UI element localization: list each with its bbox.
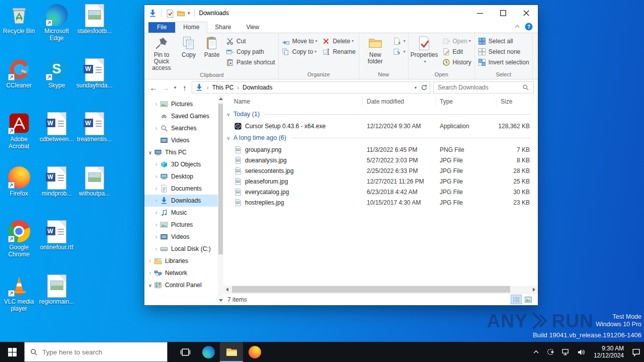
- desktop-icon-google-chrome[interactable]: Google Chrome: [0, 220, 38, 258]
- move-to-button[interactable]: Move to▾: [279, 36, 320, 46]
- sidebar-item-downloads[interactable]: ›Downloads: [144, 195, 223, 207]
- new-folder-button[interactable]: New folder: [360, 34, 391, 65]
- file-row-pleaseforum-jpg[interactable]: pleaseforum.jpg12/27/2021 11:26 PMJPG Fi…: [223, 176, 538, 187]
- copy-button[interactable]: Copy: [177, 34, 200, 58]
- sidebar-item-3d-objects[interactable]: ›3D Objects: [144, 158, 223, 170]
- file-row-cursor-setup-0-43-6-x64-exe[interactable]: Cursor Setup 0.43.6 - x64.exe12/12/2024 …: [223, 121, 538, 131]
- desktop-icon-recycle-bin[interactable]: Recycle Bin: [0, 4, 38, 42]
- tray-status-icon[interactable]: [543, 342, 558, 362]
- sidebar-item-saved-games[interactable]: Saved Games: [144, 110, 223, 122]
- edit-button[interactable]: Edit: [440, 46, 474, 57]
- forward-button[interactable]: →: [159, 81, 172, 94]
- history-button[interactable]: History: [440, 57, 474, 67]
- desktop-icon-mindprob[interactable]: Wmindprob...: [38, 166, 75, 197]
- column-header-type[interactable]: Type: [436, 97, 497, 106]
- start-button[interactable]: [0, 342, 24, 362]
- chevron-expanded-icon[interactable]: ∨: [147, 283, 153, 288]
- desktop-icon-regionmain[interactable]: regionmain...: [38, 275, 75, 312]
- invert-selection-button[interactable]: Invert selection: [475, 57, 532, 67]
- qat-new-folder-icon[interactable]: [177, 9, 185, 18]
- maximize-button[interactable]: [492, 5, 515, 21]
- sidebar-item-searches[interactable]: ›Searches: [144, 122, 223, 134]
- select-none-button[interactable]: Select none: [475, 46, 532, 57]
- paste-shortcut-button[interactable]: Paste shortcut: [223, 57, 278, 67]
- taskbar-file-explorer-icon[interactable]: [220, 342, 243, 362]
- qat-properties-icon[interactable]: [166, 9, 174, 18]
- scroll-up-icon[interactable]: [219, 98, 223, 100]
- sidebar-item-documents[interactable]: ›Documents: [144, 183, 223, 195]
- sidebar-item-network[interactable]: ›Network: [144, 267, 223, 279]
- delete-button[interactable]: Delete▾: [319, 36, 358, 46]
- desktop-icon-onlinefour-rtf[interactable]: Wonlinefour.rtf: [38, 220, 75, 258]
- sidebar-item-local-disk-c[interactable]: ›Local Disk (C:): [144, 243, 223, 255]
- taskbar-search[interactable]: [24, 342, 168, 362]
- desktop-icon-skype[interactable]: Skype: [38, 58, 75, 89]
- scroll-right-icon[interactable]: [530, 286, 538, 293]
- file-row-groupany-png[interactable]: groupany.png11/3/2022 6:45 PMPNG File7 K…: [223, 144, 538, 155]
- sidebar-item-control-panel[interactable]: ∨Control Panel: [144, 279, 223, 291]
- sidebar-item-desktop[interactable]: ›Desktop: [144, 170, 223, 183]
- new-item-button[interactable]: ▾: [391, 36, 408, 46]
- minimize-button[interactable]: [468, 5, 492, 21]
- desktop-icon-microsoft-edge[interactable]: Microsoft Edge: [38, 4, 75, 42]
- sidebar-item-music[interactable]: ›Music: [144, 207, 223, 219]
- column-header-size[interactable]: Size: [497, 97, 533, 106]
- scroll-left-icon[interactable]: [223, 286, 231, 293]
- file-row-hostreplies-jpg[interactable]: hostreplies.jpg10/15/2017 4:30 AMJPG Fil…: [223, 197, 538, 208]
- desktop-icon-ccleaner[interactable]: CCleaner: [0, 58, 38, 89]
- network-icon[interactable]: [558, 342, 574, 362]
- desktop-icon-adobe-acrobat[interactable]: Adobe Acrobat: [0, 112, 38, 150]
- qat-customize-caret-icon[interactable]: ▾: [188, 11, 190, 16]
- chevron-collapsed-icon[interactable]: ›: [153, 221, 159, 228]
- pin-to-quick-access-button[interactable]: Pin to Quick access: [146, 34, 177, 71]
- desktop-icon-treatmentis[interactable]: Wtreatmentis...: [75, 112, 113, 150]
- back-button[interactable]: ←: [147, 81, 159, 94]
- chevron-collapsed-icon[interactable]: ›: [153, 197, 159, 204]
- chevron-collapsed-icon[interactable]: ›: [153, 233, 159, 240]
- chevron-collapsed-icon[interactable]: ›: [153, 185, 159, 192]
- help-icon[interactable]: ?: [525, 23, 533, 31]
- file-group-header[interactable]: ∨Today (1): [223, 108, 538, 121]
- desktop-icon-sundayfrida[interactable]: Wsundayfrida...: [75, 58, 113, 89]
- easy-access-button[interactable]: ▾: [391, 46, 408, 57]
- chevron-expanded-icon[interactable]: ∨: [147, 150, 153, 155]
- sidebar-item-videos[interactable]: Videos: [144, 134, 223, 146]
- search-input[interactable]: [438, 84, 522, 91]
- sidebar-item-videos[interactable]: ›Videos: [144, 231, 223, 243]
- search-box[interactable]: [433, 81, 534, 94]
- sidebar-item-pictures[interactable]: ›Pictures: [144, 98, 223, 110]
- file-row-seriescontents-jpg[interactable]: seriescontents.jpg2/25/2022 6:33 PMJPG F…: [223, 165, 538, 176]
- chevron-collapsed-icon[interactable]: ›: [153, 101, 159, 108]
- nav-vertical-scrollbar[interactable]: [218, 96, 223, 305]
- sidebar-item-this-pc[interactable]: ∨This PC: [144, 146, 223, 158]
- scroll-down-icon[interactable]: [219, 299, 223, 302]
- tab-file[interactable]: File: [148, 22, 175, 33]
- up-button[interactable]: ↑: [179, 81, 191, 94]
- tab-home[interactable]: Home: [175, 22, 207, 33]
- sidebar-item-pictures[interactable]: ›Pictures: [144, 219, 223, 231]
- action-center-icon[interactable]: [628, 342, 644, 362]
- nav-scrollbar-thumb[interactable]: [218, 104, 223, 254]
- file-row-everycatalog-jpg[interactable]: everycatalog.jpg6/23/2018 4:42 AMJPG Fil…: [223, 187, 538, 197]
- address-dropdown-caret-icon[interactable]: ▾: [415, 85, 417, 90]
- chevron-collapsed-icon[interactable]: ›: [153, 125, 159, 132]
- titlebar[interactable]: ▾ Downloads: [144, 5, 538, 21]
- chevron-expanded-icon[interactable]: ∨: [226, 135, 233, 141]
- desktop-icon-withoutpa[interactable]: withoutpa...: [75, 166, 113, 197]
- desktop-icon-cdbetween[interactable]: Wcdbetween...: [38, 112, 75, 150]
- paste-button[interactable]: Paste: [200, 34, 223, 58]
- desktop-icon-vlc-media-player[interactable]: VLC media player: [0, 275, 38, 312]
- details-view-button[interactable]: [511, 295, 522, 304]
- select-all-button[interactable]: Select all: [475, 36, 532, 46]
- tab-view[interactable]: View: [238, 22, 267, 33]
- search-icon[interactable]: [522, 84, 529, 91]
- close-button[interactable]: [515, 5, 538, 21]
- breadcrumb-this-pc[interactable]: This PC: [212, 84, 234, 91]
- column-header-date-modified[interactable]: Date modified: [363, 97, 436, 106]
- thumbnail-view-button[interactable]: [523, 295, 534, 304]
- taskbar-firefox-icon[interactable]: [243, 342, 266, 362]
- horizontal-scrollbar[interactable]: [223, 286, 538, 293]
- task-view-button[interactable]: [174, 342, 197, 362]
- address-box[interactable]: ›This PC›Downloads ▾: [192, 81, 430, 94]
- sidebar-item-libraries[interactable]: ›Libraries: [144, 255, 223, 267]
